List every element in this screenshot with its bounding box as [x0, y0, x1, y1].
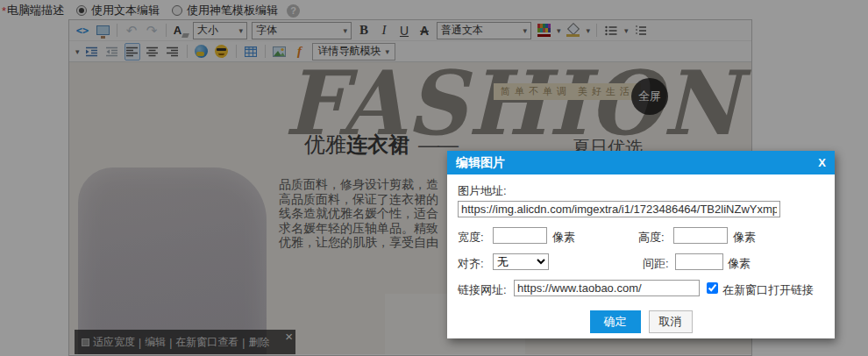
- dialog-title: 编辑图片: [456, 155, 505, 171]
- link-url-label: 链接网址:: [458, 282, 507, 298]
- dialog-body: 图片地址: 宽度: 像素 高度: 像素 对齐: 无 间距: 像素 链接网址: 在…: [447, 174, 835, 338]
- spacing-input[interactable]: [675, 253, 723, 270]
- link-url-input[interactable]: [514, 280, 700, 296]
- close-icon[interactable]: X: [818, 156, 826, 169]
- spacing-label: 间距:: [643, 256, 669, 272]
- new-window-label: 在新窗口打开链接: [722, 282, 814, 298]
- px-unit: 像素: [728, 256, 751, 272]
- image-url-label: 图片地址:: [458, 183, 507, 199]
- height-input[interactable]: [673, 227, 728, 244]
- align-label: 对齐:: [458, 256, 484, 272]
- width-input[interactable]: [493, 227, 547, 244]
- dialog-footer: 确定 取消: [447, 310, 835, 333]
- ok-button[interactable]: 确定: [590, 310, 641, 333]
- width-label: 宽度:: [458, 230, 484, 246]
- image-url-input[interactable]: [458, 201, 780, 217]
- px-unit: 像素: [552, 230, 575, 246]
- height-label: 高度:: [638, 230, 665, 246]
- edit-image-dialog: 编辑图片 X 图片地址: 宽度: 像素 高度: 像素 对齐: 无 间距: 像素 …: [447, 151, 835, 338]
- new-window-checkbox[interactable]: [707, 282, 718, 294]
- px-unit: 像素: [733, 230, 756, 246]
- align-select[interactable]: 无: [493, 253, 549, 270]
- cancel-button[interactable]: 取消: [649, 310, 693, 333]
- dialog-header: 编辑图片 X: [447, 151, 835, 174]
